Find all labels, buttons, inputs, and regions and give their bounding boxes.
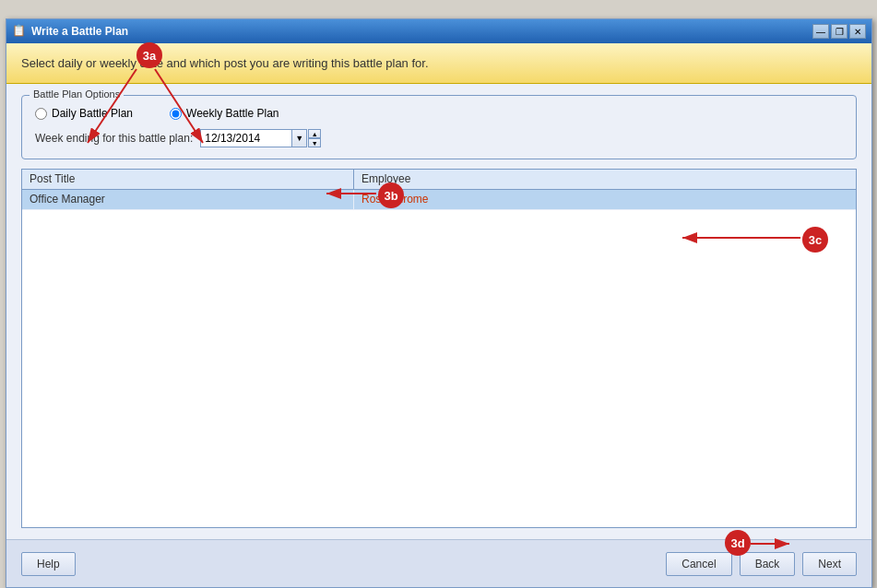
close-button[interactable]: ✕: [849, 24, 866, 39]
minimize-button[interactable]: —: [812, 24, 829, 39]
banner-text: Select daily or weekly date and which po…: [21, 56, 429, 70]
options-group: Battle Plan Options Daily Battle Plan We…: [21, 95, 857, 159]
main-window: 📋 Write a Battle Plan — ❐ ✕ Select daily…: [6, 18, 872, 588]
window-title: Write a Battle Plan: [31, 25, 812, 38]
next-button[interactable]: Next: [802, 552, 857, 576]
daily-label: Daily Battle Plan: [52, 107, 133, 120]
post-table: Post Title Employee Office Manager Rose …: [21, 169, 857, 528]
instruction-banner: Select daily or weekly date and which po…: [6, 43, 871, 84]
post-cell: Office Manager: [22, 190, 354, 209]
daily-radio[interactable]: [35, 108, 47, 120]
weekly-battle-plan-option[interactable]: Weekly Battle Plan: [170, 107, 279, 120]
combo-dropdown-button[interactable]: ▼: [292, 129, 307, 147]
week-date-input[interactable]: [200, 129, 292, 147]
title-bar: 📋 Write a Battle Plan — ❐ ✕: [6, 19, 871, 43]
weekly-radio[interactable]: [170, 108, 182, 120]
week-row: Week ending for this battle plan: ▼ ▲ ▼: [35, 129, 843, 147]
radio-row: Daily Battle Plan Weekly Battle Plan: [35, 107, 843, 120]
footer-left: Help: [21, 552, 666, 576]
restore-button[interactable]: ❐: [831, 24, 847, 39]
footer-right: Cancel Back Next: [666, 552, 857, 576]
table-row[interactable]: Office Manager Rose Throme: [22, 190, 856, 210]
help-button[interactable]: Help: [21, 552, 76, 576]
spin-buttons: ▲ ▼: [308, 129, 321, 147]
col-employee: Employee: [354, 170, 856, 189]
date-combo: ▼ ▲ ▼: [200, 129, 321, 147]
window-icon: 📋: [12, 24, 27, 39]
col-post-title: Post Title: [22, 170, 354, 189]
spin-up-button[interactable]: ▲: [308, 129, 321, 138]
daily-battle-plan-option[interactable]: Daily Battle Plan: [35, 107, 133, 120]
week-ending-label: Week ending for this battle plan:: [35, 132, 193, 145]
title-buttons: — ❐ ✕: [812, 24, 866, 39]
main-content: Battle Plan Options Daily Battle Plan We…: [6, 84, 871, 539]
employee-cell: Rose Throme: [354, 190, 856, 209]
back-button[interactable]: Back: [740, 552, 796, 576]
spin-down-button[interactable]: ▼: [308, 138, 321, 147]
options-group-legend: Battle Plan Options: [30, 88, 124, 100]
footer: Help Cancel Back Next: [6, 539, 871, 587]
weekly-label: Weekly Battle Plan: [186, 107, 279, 120]
table-header: Post Title Employee: [22, 170, 856, 190]
cancel-button[interactable]: Cancel: [666, 552, 731, 576]
